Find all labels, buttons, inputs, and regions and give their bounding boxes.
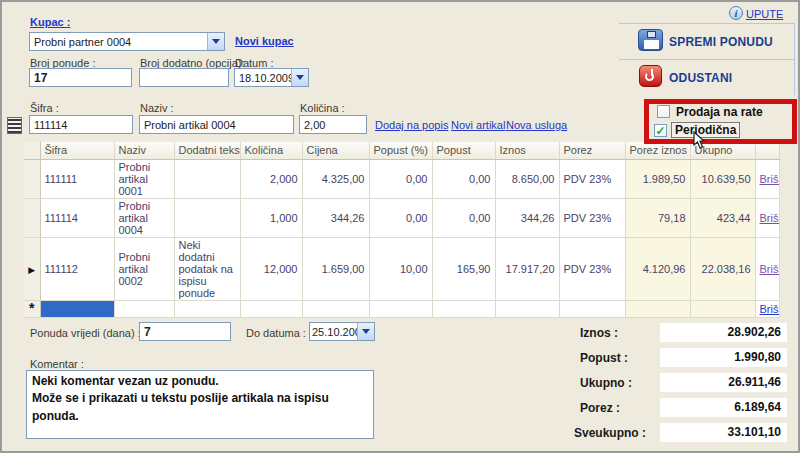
panel-divider (619, 59, 794, 60)
cell-kolicina[interactable]: 12,000 (240, 237, 302, 300)
cell-iznos[interactable]: 17.917,20 (495, 237, 559, 300)
col-popust-pct[interactable]: Popust (%) (369, 142, 432, 159)
cell-naziv[interactable] (114, 300, 174, 317)
cell-sifra[interactable]: 111114 (40, 198, 114, 237)
cell-cijena[interactable] (302, 300, 369, 317)
table-row[interactable]: 111114 Probni artikal 0004 1,000 344,26 … (24, 198, 779, 237)
cell-ukupno[interactable]: 423,44 (690, 198, 755, 237)
cell-cijena[interactable]: 344,26 (302, 198, 369, 237)
cell-dodatni-tekst[interactable] (174, 198, 240, 237)
col-naziv[interactable]: Naziv (114, 142, 174, 159)
cell-cijena[interactable]: 4.325,00 (302, 159, 369, 198)
kolicina-input[interactable] (299, 115, 367, 134)
komentar-label: Komentar : (30, 358, 84, 370)
col-porez-iznos[interactable]: Porez iznos (625, 142, 690, 159)
cell-popust-pct[interactable]: 10,00 (369, 237, 432, 300)
datum-picker[interactable]: 18.10.2009 (234, 68, 309, 87)
popust-total-label: Popust : (580, 351, 628, 365)
col-cijena[interactable]: Cijena (302, 142, 369, 159)
nova-usluga-link[interactable]: Nova usluga (506, 119, 567, 131)
brisi-link[interactable]: Briši (760, 173, 780, 185)
broj-ponude-input[interactable] (29, 68, 132, 87)
cell-porez[interactable]: PDV 23% (559, 159, 625, 198)
novi-kupac-link[interactable]: Novi kupac (235, 35, 294, 47)
cell-porez[interactable] (559, 300, 625, 317)
new-row-indicator[interactable]: * (24, 300, 40, 317)
cell-naziv[interactable]: Probni artikal 0004 (114, 198, 174, 237)
naziv-input[interactable] (139, 115, 294, 134)
kupac-link[interactable]: Kupac : (30, 16, 70, 28)
cell-iznos[interactable] (495, 300, 559, 317)
cell-popust-pct[interactable]: 0,00 (369, 159, 432, 198)
sveukupno-total-label: Sveukupno : (574, 426, 646, 440)
cell-iznos[interactable]: 344,26 (495, 198, 559, 237)
cell-popust[interactable] (432, 300, 495, 317)
cell-porez[interactable]: PDV 23% (559, 198, 625, 237)
cell-ukupno[interactable]: 22.038,16 (690, 237, 755, 300)
ukupno-total-label: Ukupno : (580, 376, 632, 390)
col-delete (755, 142, 779, 159)
cell-ukupno[interactable] (690, 300, 755, 317)
cell-popust[interactable]: 0,00 (432, 198, 495, 237)
grid-header-row: Šifra Naziv Dodatni tekst Količina Cijen… (24, 142, 779, 159)
save-floppy-icon[interactable] (638, 29, 663, 51)
power-icon[interactable] (639, 65, 662, 87)
cell-kolicina[interactable]: 1,000 (240, 198, 302, 237)
cell-porez-iznos[interactable]: 4.120,96 (625, 237, 690, 300)
row-selector[interactable] (24, 198, 40, 237)
cell-naziv[interactable]: Probni artikal 0002 (114, 237, 174, 300)
cell-porez-iznos[interactable]: 79,18 (625, 198, 690, 237)
odustani-button[interactable]: ODUSTANI (669, 71, 732, 85)
col-popust[interactable]: Popust (432, 142, 495, 159)
cell-porez-iznos[interactable]: 1.989,50 (625, 159, 690, 198)
chevron-down-icon[interactable] (291, 69, 308, 86)
cell-kolicina[interactable] (240, 300, 302, 317)
cell-dodatni-tekst[interactable]: Neki dodatni podatak na ispisu ponude (174, 237, 240, 300)
col-iznos[interactable]: Iznos (495, 142, 559, 159)
cell-popust-pct[interactable]: 0,00 (369, 198, 432, 237)
cell-sifra[interactable]: 111111 (40, 159, 114, 198)
cell-popust[interactable]: 165,90 (432, 237, 495, 300)
cell-porez-iznos[interactable] (625, 300, 690, 317)
ponuda-vrijedi-input[interactable] (139, 322, 231, 341)
cell-popust[interactable]: 0,00 (432, 159, 495, 198)
col-porez[interactable]: Porez (559, 142, 625, 159)
iznos-total-label: Iznos : (580, 326, 618, 340)
col-dodatni-tekst[interactable]: Dodatni tekst (174, 142, 240, 159)
brisi-link[interactable]: Briši (760, 263, 780, 275)
current-row-indicator[interactable]: ▶ (24, 237, 40, 300)
novi-artikal-link[interactable]: Novi artikal (451, 119, 505, 131)
table-row-current[interactable]: ▶ 111112 Probni artikal 0002 Neki dodatn… (24, 237, 779, 300)
cell-iznos[interactable]: 8.650,00 (495, 159, 559, 198)
sifra-input[interactable] (29, 115, 133, 134)
spremi-ponudu-button[interactable]: SPREMI PONUDU (669, 35, 773, 49)
do-datuma-picker[interactable]: 25.10.2009 (309, 322, 375, 341)
cell-kolicina[interactable]: 2,000 (240, 159, 302, 198)
upute-link[interactable]: UPUTE (746, 8, 783, 20)
col-kolicina[interactable]: Količina (240, 142, 302, 159)
datum-value: 18.10.2009 (235, 72, 291, 84)
chevron-down-icon[interactable] (207, 33, 224, 50)
komentar-textarea[interactable]: Neki komentar vezan uz ponudu. Može se i… (26, 370, 374, 439)
mouse-cursor (693, 131, 706, 150)
broj-dodatno-input[interactable] (139, 68, 229, 87)
table-row[interactable]: 111111 Probni artikal 0001 2,000 4.325,0… (24, 159, 779, 198)
cell-sifra[interactable]: 111112 (40, 237, 114, 300)
cell-porez[interactable]: PDV 23% (559, 237, 625, 300)
chevron-down-icon[interactable] (357, 323, 374, 340)
cell-cijena[interactable]: 1.659,00 (302, 237, 369, 300)
cell-naziv[interactable]: Probni artikal 0001 (114, 159, 174, 198)
cell-dodatni-tekst[interactable] (174, 159, 240, 198)
row-selector[interactable] (24, 159, 40, 198)
brisi-link[interactable]: Briši (760, 303, 780, 315)
cell-sifra-selected[interactable] (40, 300, 114, 317)
cell-popust-pct[interactable] (369, 300, 432, 317)
cell-dodatni-tekst[interactable] (174, 300, 240, 317)
cell-ukupno[interactable]: 10.639,50 (690, 159, 755, 198)
porez-total-value: 6.189,64 (660, 398, 787, 417)
table-row-new[interactable]: * Briši (24, 300, 779, 317)
dodaj-na-popis-link[interactable]: Dodaj na popis (375, 119, 448, 131)
customer-select[interactable]: Probni partner 0004 (29, 32, 225, 51)
col-sifra[interactable]: Šifra (40, 142, 114, 159)
brisi-link[interactable]: Briši (760, 212, 780, 224)
